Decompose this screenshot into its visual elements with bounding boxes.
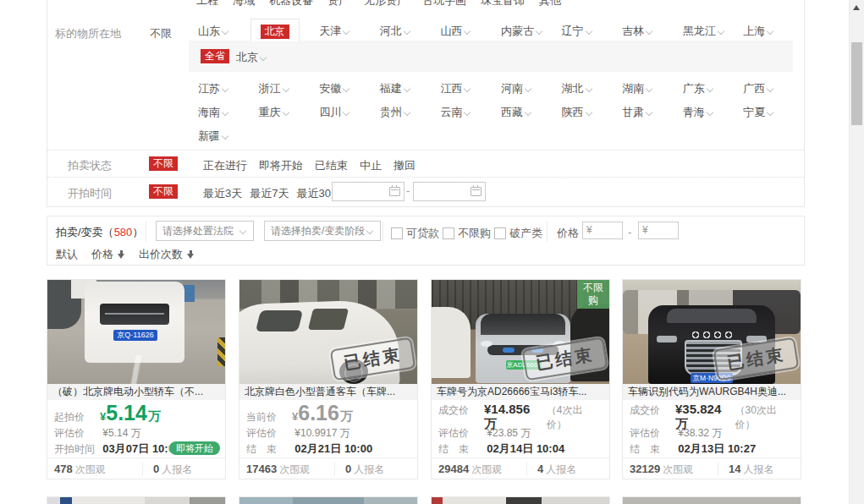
province-item[interactable]: 湖南 bbox=[622, 80, 683, 97]
vertical-scrollbar[interactable] bbox=[849, 0, 864, 504]
province-item[interactable]: 甘肃 bbox=[622, 104, 683, 121]
province-item[interactable]: 福建 bbox=[380, 80, 441, 97]
start-time-any-badge[interactable]: 不限 bbox=[149, 184, 178, 199]
calendar-icon[interactable] bbox=[471, 187, 482, 196]
auction-card[interactable]: 京AD26666 不限购 已结束 车牌号为京AD26666宝马i3轿车... 成… bbox=[431, 279, 610, 479]
next-row-card-photo[interactable] bbox=[239, 496, 418, 504]
province-label: 湖南 bbox=[622, 82, 644, 95]
province-item[interactable]: 云南 bbox=[440, 104, 501, 121]
quick-range-option[interactable]: 最近3天 bbox=[203, 186, 242, 201]
listing-photo[interactable]: 京AD26666 不限购 已结束 bbox=[432, 280, 609, 384]
price-max-input[interactable]: ¥ bbox=[638, 222, 679, 239]
auction-card[interactable]: 已结束 北京牌白色小型普通客车（车牌... 当前价 ¥ 6.16 万 评估价 ¥… bbox=[239, 279, 418, 479]
province-item[interactable]: 四川 bbox=[319, 104, 380, 121]
sort-price[interactable]: 价格 bbox=[91, 247, 125, 262]
category-tab[interactable]: 海域 bbox=[233, 0, 255, 8]
auction-card[interactable]: 京M·N90D9 已结束 车辆识别代码为WAURGB4H奥迪... 成交价 ¥3… bbox=[622, 279, 801, 479]
chevron-down-icon bbox=[767, 85, 774, 92]
category-tab[interactable]: 工程 bbox=[196, 0, 218, 8]
quick-range-option[interactable]: 最近7天 bbox=[250, 186, 289, 201]
status-option[interactable]: 正在进行 bbox=[203, 158, 247, 173]
next-row-card-photo[interactable] bbox=[431, 496, 610, 504]
province-item[interactable]: 陕西 bbox=[562, 104, 623, 121]
category-tab[interactable]: 珠宝首饰 bbox=[481, 0, 525, 8]
loanable-checkbox[interactable]: 可贷款 bbox=[391, 226, 439, 241]
category-tab[interactable]: 资产 bbox=[327, 0, 349, 8]
scrollbar-thumb[interactable] bbox=[851, 42, 862, 125]
sort-default[interactable]: 默认 bbox=[56, 247, 78, 262]
next-row-card-photo[interactable] bbox=[47, 496, 226, 504]
status-option[interactable]: 撤回 bbox=[393, 158, 415, 173]
date-from-input[interactable] bbox=[332, 182, 404, 201]
city-item[interactable]: 北京 bbox=[236, 50, 267, 65]
province-label: 江苏 bbox=[198, 82, 220, 95]
listing-title[interactable]: （破）北京牌电动小型轿车（不... bbox=[47, 384, 225, 400]
province-item[interactable]: 青海 bbox=[683, 104, 744, 121]
photo-car-roof bbox=[481, 314, 565, 335]
whole-province-badge[interactable]: 全省 bbox=[201, 49, 229, 63]
province-item[interactable]: 宁夏 bbox=[743, 104, 804, 121]
province-item[interactable]: 山西 bbox=[440, 23, 501, 40]
results-count-number: 580 bbox=[114, 226, 133, 238]
province-item[interactable]: 内蒙古 bbox=[501, 23, 562, 40]
category-tab[interactable]: 机器设备 bbox=[269, 0, 313, 8]
province-item[interactable]: 河北 bbox=[380, 23, 441, 40]
status-option[interactable]: 已结束 bbox=[315, 158, 348, 173]
status-option[interactable]: 中止 bbox=[360, 158, 382, 173]
chevron-down-icon bbox=[767, 109, 774, 116]
date-to-input[interactable] bbox=[413, 182, 486, 201]
listing-photo[interactable]: 已结束 bbox=[239, 280, 417, 384]
category-tab[interactable]: 无形资产 bbox=[364, 0, 408, 8]
sort-bid-count[interactable]: 出价次数 bbox=[139, 247, 195, 262]
province-item[interactable]: 广东 bbox=[683, 80, 744, 97]
listing-photo[interactable]: 京Q·11626 bbox=[47, 280, 225, 384]
province-item[interactable]: 江西 bbox=[440, 80, 501, 97]
province-item[interactable]: 重庆 bbox=[259, 104, 320, 121]
bidders-count: 0 bbox=[153, 463, 159, 475]
listing-photo[interactable]: 京M·N90D9 已结束 bbox=[623, 280, 801, 384]
province-label: 湖北 bbox=[562, 82, 584, 95]
province-item[interactable]: 江苏 bbox=[198, 80, 259, 97]
province-item[interactable]: 贵州 bbox=[380, 104, 441, 121]
listing-title[interactable]: 北京牌白色小型普通客车（车牌... bbox=[239, 384, 417, 400]
location-any-option[interactable]: 不限 bbox=[150, 26, 172, 41]
stage-select[interactable]: 请选择拍卖/变卖阶段 bbox=[264, 221, 381, 241]
category-tab[interactable]: 其他 bbox=[539, 0, 561, 8]
calendar-icon[interactable] bbox=[389, 187, 400, 196]
price-min-input[interactable]: ¥ bbox=[582, 222, 623, 239]
currency-symbol: ¥ bbox=[100, 410, 106, 423]
time-value: 02月21日 10:00 bbox=[294, 442, 372, 455]
next-row-card-photo[interactable] bbox=[622, 496, 801, 504]
auction-card[interactable]: 京Q·11626 （破）北京牌电动小型轿车（不... 起拍价 ¥ 5.14 万 … bbox=[47, 279, 226, 479]
province-item[interactable]: 海南 bbox=[198, 104, 259, 121]
category-tab[interactable]: 古玩字画 bbox=[422, 0, 466, 8]
province-item[interactable]: 安徽 bbox=[319, 80, 380, 97]
photo-shape bbox=[47, 355, 225, 384]
province-item[interactable]: 湖北 bbox=[562, 80, 623, 97]
province-item[interactable]: 吉林 bbox=[622, 23, 683, 40]
province-item-selected[interactable]: 北京 bbox=[250, 19, 300, 41]
listing-title[interactable]: 车牌号为京AD26666宝马i3轿车... bbox=[432, 384, 609, 400]
province-item[interactable]: 广西 bbox=[743, 80, 804, 97]
chevron-down-icon bbox=[586, 109, 593, 116]
listing-title[interactable]: 车辆识别代码为WAURGB4H奥迪... bbox=[623, 384, 801, 400]
start-time-quick-options: 最近3天 最近7天 最近30天 bbox=[203, 186, 342, 201]
province-item[interactable]: 西藏 bbox=[501, 104, 562, 121]
province-item[interactable]: 上海 bbox=[743, 23, 804, 40]
status-any-badge[interactable]: 不限 bbox=[149, 156, 178, 171]
province-label: 广西 bbox=[743, 82, 765, 95]
province-item[interactable]: 河南 bbox=[501, 80, 562, 97]
province-item[interactable]: 辽宁 bbox=[562, 23, 623, 40]
status-option[interactable]: 即将开始 bbox=[259, 158, 303, 173]
photo-car-window bbox=[256, 310, 303, 331]
bankruptcy-checkbox[interactable]: 破产类 bbox=[494, 226, 542, 241]
province-item[interactable]: 新疆 bbox=[198, 128, 259, 145]
province-label: 贵州 bbox=[380, 106, 402, 118]
province-item[interactable]: 天津 bbox=[319, 23, 380, 40]
province-item[interactable]: 黑龙江 bbox=[683, 23, 744, 40]
court-select[interactable]: 请选择处置法院 bbox=[156, 221, 254, 241]
results-count-suffix: ） bbox=[132, 226, 143, 238]
province-item[interactable]: 浙江 bbox=[259, 80, 320, 97]
scroll-up-arrow-icon[interactable] bbox=[853, 5, 860, 10]
no-purchase-limit-checkbox[interactable]: 不限购 bbox=[443, 226, 491, 241]
